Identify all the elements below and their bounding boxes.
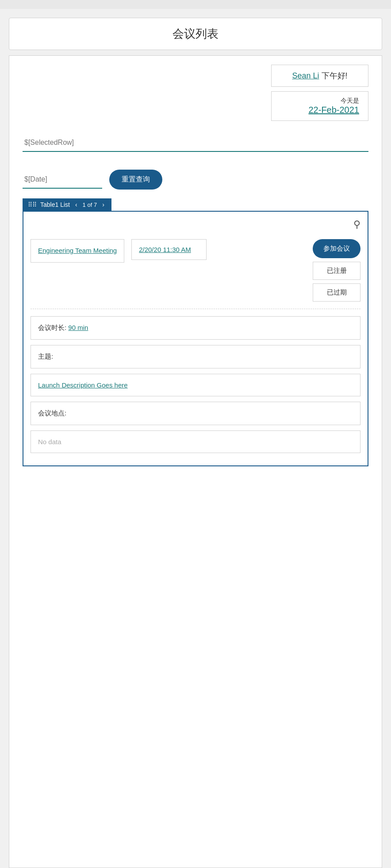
selected-row-input[interactable] (23, 134, 368, 152)
topic-field: 主题: (31, 345, 360, 368)
user-name[interactable]: Sean Li (292, 71, 319, 80)
date-label: 今天是 (280, 97, 359, 105)
selected-row-section (23, 134, 368, 161)
filter-row: 重置查询 (23, 170, 368, 190)
greeting-suffix: 下午好! (319, 71, 348, 80)
prev-page-button[interactable]: ‹ (73, 201, 79, 208)
location-label: 会议地点: (38, 409, 66, 417)
join-meeting-button[interactable]: 参加会议 (313, 239, 360, 258)
location-field: 会议地点: (31, 402, 360, 425)
meeting-datetime: 2/20/20 11:30 AM (131, 239, 207, 260)
main-area: Sean Li 下午好! 今天是 22-Feb-2021 重置查询 ⠿⠿ Tab… (9, 55, 382, 868)
divider (31, 309, 360, 309)
page-container: 会议列表 Sean Li 下午好! 今天是 22-Feb-2021 重置查询 ⠿… (0, 9, 391, 868)
meeting-card: Engineering Team Meeting 2/20/20 11:30 A… (31, 239, 360, 302)
duration-value: 90 min (68, 324, 88, 331)
greeting-box: Sean Li 下午好! (271, 65, 368, 87)
page-indicator: 1 of 7 (83, 202, 97, 208)
meeting-name[interactable]: Engineering Team Meeting (31, 239, 124, 263)
search-row: ⚲ (31, 219, 360, 230)
date-box: 今天是 22-Feb-2021 (271, 91, 368, 121)
status-expired: 已过期 (313, 283, 360, 302)
table-list-container: ⚲ Engineering Team Meeting 2/20/20 11:30… (23, 211, 368, 466)
table-tab-bar: ⠿⠿ Table1 List ‹ 1 of 7 › (23, 198, 111, 211)
reset-button[interactable]: 重置查询 (109, 170, 162, 190)
drag-icon: ⠿⠿ (28, 201, 37, 208)
no-data-field: No data (31, 430, 360, 453)
date-filter-input[interactable] (23, 171, 102, 189)
table-tab-label: Table1 List (40, 201, 70, 208)
next-page-button[interactable]: › (100, 201, 106, 208)
page-title: 会议列表 (9, 18, 382, 50)
meeting-actions: 参加会议 已注册 已过期 (313, 239, 360, 302)
description-field: Launch Description Goes here (31, 374, 360, 396)
duration-field: 会议时长: 90 min (31, 316, 360, 340)
date-value: 22-Feb-2021 (280, 105, 359, 115)
search-icon[interactable]: ⚲ (353, 219, 360, 230)
duration-label: 会议时长: (38, 324, 68, 331)
topic-label: 主题: (38, 353, 53, 360)
status-registered: 已注册 (313, 262, 360, 280)
greeting-section: Sean Li 下午好! 今天是 22-Feb-2021 (23, 65, 368, 121)
